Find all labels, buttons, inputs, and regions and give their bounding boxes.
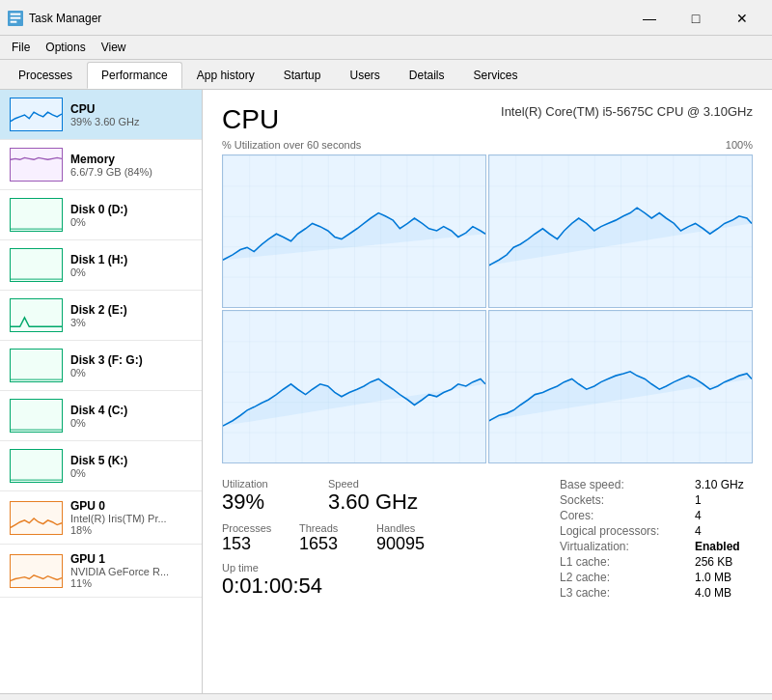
close-button[interactable]: ✕: [720, 6, 764, 31]
disk2-sidebar-info: Disk 2 (E:) 3%: [70, 303, 192, 328]
app-title: Task Manager: [29, 12, 101, 25]
info-table: Base speed: 3.10 GHz Sockets: 1 Cores: 4…: [560, 478, 744, 602]
gpu1-sidebar-subtitle: NVIDIA GeForce R...11%: [70, 566, 192, 589]
gpu0-mini-graph: [10, 501, 63, 535]
disk2-sidebar-subtitle: 3%: [70, 317, 192, 328]
sidebar-item-disk5[interactable]: Disk 5 (K:) 0%: [0, 441, 202, 491]
sockets-value: 1: [695, 493, 702, 507]
disk2-mini-graph: [10, 298, 63, 332]
tab-performance[interactable]: Performance: [87, 62, 182, 89]
tab-processes[interactable]: Processes: [4, 62, 87, 89]
memory-sidebar-title: Memory: [70, 153, 192, 166]
tab-app-history[interactable]: App history: [182, 62, 269, 89]
sidebar-item-gpu0[interactable]: GPU 0 Intel(R) Iris(TM) Pr...18%: [0, 491, 202, 545]
disk0-sidebar-title: Disk 0 (D:): [70, 203, 192, 216]
info-sockets: Sockets: 1: [560, 493, 744, 507]
disk4-sidebar-title: Disk 4 (C:): [70, 404, 192, 417]
sidebar-item-memory[interactable]: Memory 6.6/7.9 GB (84%): [0, 140, 202, 190]
sidebar-item-disk2[interactable]: Disk 2 (E:) 3%: [0, 291, 202, 341]
disk0-sidebar-info: Disk 0 (D:) 0%: [70, 203, 192, 228]
content-title: CPU: [222, 104, 279, 135]
stats-row1: Utilization 39% Speed 3.60 GHz: [222, 478, 540, 515]
info-logical: Logical processors: 4: [560, 524, 744, 538]
stats-section: Utilization 39% Speed 3.60 GHz Processes…: [222, 478, 753, 602]
l3-value: 4.0 MB: [695, 586, 731, 600]
sidebar: CPU 39% 3.60 GHz Memory 6.6/7.9 GB (84%)…: [0, 90, 203, 693]
sidebar-item-disk4[interactable]: Disk 4 (C:) 0%: [0, 391, 202, 441]
gpu0-sidebar-title: GPU 0: [70, 499, 192, 513]
logical-value: 4: [695, 524, 702, 538]
disk2-sidebar-title: Disk 2 (E:): [70, 303, 192, 317]
threads-value: 1653: [299, 534, 376, 554]
cpu-sidebar-info: CPU 39% 3.60 GHz: [70, 102, 192, 127]
speed-label: Speed: [328, 478, 434, 490]
sidebar-item-disk3[interactable]: Disk 3 (F: G:) 0%: [0, 341, 202, 391]
l1-label: L1 cache:: [560, 555, 695, 569]
tab-startup[interactable]: Startup: [269, 62, 336, 89]
maximize-button[interactable]: □: [674, 6, 718, 31]
tab-services[interactable]: Services: [459, 62, 533, 89]
disk1-sidebar-title: Disk 1 (H:): [70, 253, 192, 266]
disk4-mini-graph: [10, 399, 63, 433]
info-l3: L3 cache: 4.0 MB: [560, 586, 744, 600]
disk4-sidebar-info: Disk 4 (C:) 0%: [70, 404, 192, 429]
disk3-sidebar-subtitle: 0%: [70, 367, 192, 378]
speed-group: Speed 3.60 GHz: [328, 478, 434, 515]
cpu-content-area: CPU Intel(R) Core(TM) i5-5675C CPU @ 3.1…: [203, 90, 772, 693]
handles-label: Handles: [376, 522, 482, 534]
svg-rect-1: [11, 17, 21, 19]
disk1-mini-graph: [10, 248, 63, 282]
svg-rect-6: [223, 311, 485, 462]
disk1-sidebar-subtitle: 0%: [70, 266, 192, 278]
gpu0-sidebar-subtitle: Intel(R) Iris(TM) Pr...18%: [70, 513, 192, 536]
cpu-sidebar-title: CPU: [70, 102, 192, 116]
info-l2: L2 cache: 1.0 MB: [560, 571, 744, 584]
disk5-mini-graph: [10, 449, 63, 483]
cpu-graph-3: [222, 310, 486, 463]
sockets-label: Sockets:: [560, 493, 695, 507]
utilization-value: 39%: [222, 490, 328, 515]
info-virtualization: Virtualization: Enabled: [560, 540, 744, 553]
sidebar-item-cpu[interactable]: CPU 39% 3.60 GHz: [0, 90, 202, 140]
processes-value: 153: [222, 534, 299, 554]
menu-file[interactable]: File: [4, 38, 38, 57]
cpu-graph-4: [488, 310, 753, 463]
bottom-bar: ◂ Fewer details ⊙ Open Resource Monitor: [0, 693, 772, 700]
uptime-label: Up time: [222, 562, 540, 574]
processes-label: Processes: [222, 522, 299, 534]
cpu-graphs-grid: [222, 154, 753, 463]
tab-details[interactable]: Details: [395, 62, 459, 89]
memory-sidebar-subtitle: 6.6/7.9 GB (84%): [70, 166, 192, 178]
base-speed-label: Base speed:: [560, 478, 695, 491]
disk3-sidebar-title: Disk 3 (F: G:): [70, 353, 192, 367]
sidebar-item-disk0[interactable]: Disk 0 (D:) 0%: [0, 190, 202, 240]
menu-bar: File Options View: [0, 36, 772, 60]
handles-group: Handles 90095: [376, 522, 482, 554]
memory-mini-graph: [10, 148, 63, 182]
menu-view[interactable]: View: [94, 38, 134, 57]
virtualization-label: Virtualization:: [560, 540, 695, 553]
graph-label: % Utilization over 60 seconds 100%: [222, 139, 753, 151]
processes-group: Processes 153: [222, 522, 299, 554]
menu-options[interactable]: Options: [38, 38, 93, 57]
stats-row2: Processes 153 Threads 1653 Handles 90095: [222, 522, 540, 554]
main-content: CPU 39% 3.60 GHz Memory 6.6/7.9 GB (84%)…: [0, 90, 772, 693]
sidebar-item-gpu1[interactable]: GPU 1 NVIDIA GeForce R...11%: [0, 545, 202, 598]
stats-left: Utilization 39% Speed 3.60 GHz Processes…: [222, 478, 540, 602]
cpu-graph-2: [488, 154, 753, 308]
cores-label: Cores:: [560, 509, 695, 522]
cores-value: 4: [695, 509, 702, 522]
gpu0-sidebar-info: GPU 0 Intel(R) Iris(TM) Pr...18%: [70, 499, 192, 536]
l3-label: L3 cache:: [560, 586, 695, 600]
minimize-button[interactable]: —: [627, 6, 672, 31]
base-speed-value: 3.10 GHz: [695, 478, 744, 491]
utilization-label: Utilization: [222, 478, 328, 490]
sidebar-item-disk1[interactable]: Disk 1 (H:) 0%: [0, 240, 202, 291]
memory-sidebar-info: Memory 6.6/7.9 GB (84%): [70, 153, 192, 178]
tab-users[interactable]: Users: [335, 62, 394, 89]
cpu-graph-1: [222, 154, 486, 308]
info-l1: L1 cache: 256 KB: [560, 555, 744, 569]
gpu1-mini-graph: [10, 554, 63, 588]
l1-value: 256 KB: [695, 555, 732, 569]
uptime-value: 0:01:00:54: [222, 574, 540, 599]
